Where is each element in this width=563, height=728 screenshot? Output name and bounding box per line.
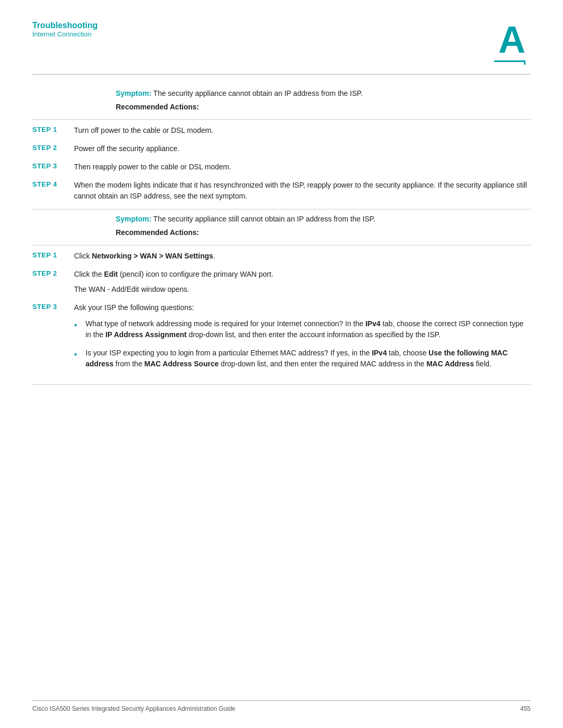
section1-symptom-block: Symptom: The security appliance cannot o…	[32, 89, 531, 111]
step-label-3: STEP 3	[32, 162, 74, 170]
step3-content: Then reapply power to the cable or DSL m…	[74, 162, 531, 172]
sub-bullet-2: ▪ Is your ISP expecting you to login fro…	[74, 348, 531, 369]
appendix-letter: A	[498, 21, 525, 58]
section2-bottom-rule	[32, 384, 531, 385]
section1-step3: STEP 3 Then reapply power to the cable o…	[32, 162, 531, 172]
s2-step3-content: Ask your ISP the following questions: ▪ …	[74, 302, 531, 377]
step-num-3: 3	[53, 162, 57, 170]
bullet-marker-2: ▪	[74, 348, 85, 361]
s2-step-label-3: STEP 3	[32, 302, 74, 311]
section1-recommended-actions: Recommended Actions:	[32, 103, 531, 111]
s2-step-label-1: STEP 1	[32, 251, 74, 259]
s2-step1-content: Click Networking > WAN > WAN Settings.	[74, 251, 531, 262]
section2-steps: STEP 1 Click Networking > WAN > WAN Sett…	[32, 251, 531, 377]
page-subtitle: Internet Connection	[32, 30, 97, 38]
section1-symptom-text: The security appliance cannot obtain an …	[151, 89, 362, 97]
section2-symptom-label: Symptom:	[116, 215, 151, 223]
section2-step1: STEP 1 Click Networking > WAN > WAN Sett…	[32, 251, 531, 262]
section2-symptom-block: Symptom: The security appliance still ca…	[32, 215, 531, 237]
section2-symptom-line: Symptom: The security appliance still ca…	[32, 215, 531, 223]
s2-step3-main: Ask your ISP the following questions:	[74, 302, 531, 313]
footer-left-text: Cisco ISA500 Series Integrated Security …	[32, 705, 236, 712]
header-rule-box	[494, 60, 525, 65]
s2-step2-content: Click the Edit (pencil) icon to configur…	[74, 269, 531, 295]
step-num-2: 2	[53, 144, 57, 152]
section1-bottom-rule	[32, 209, 531, 209]
section1-steps: STEP 1 Turn off power to the cable or DS…	[32, 125, 531, 202]
s2-step-num-3: 3	[53, 303, 57, 311]
sub-bullets-list: ▪ What type of network addressing mode i…	[74, 318, 531, 369]
step-label-1: STEP 1	[32, 125, 74, 133]
section2-top-rule	[32, 245, 531, 245]
section1-step1: STEP 1 Turn off power to the cable or DS…	[32, 125, 531, 136]
page-header: Troubleshooting Internet Connection A	[0, 0, 563, 65]
footer-page-number: 455	[520, 705, 531, 712]
section2-step3: STEP 3 Ask your ISP the following questi…	[32, 302, 531, 377]
step-num-4: 4	[53, 180, 57, 188]
section1-symptom-label: Symptom:	[116, 89, 151, 97]
step1-content: Turn off power to the cable or DSL modem…	[74, 125, 531, 136]
section1-step4: STEP 4 When the modem lights indicate th…	[32, 180, 531, 202]
page-title: Troubleshooting	[32, 21, 97, 30]
s2-step2-main: Click the Edit (pencil) icon to configur…	[74, 269, 531, 280]
step-label-2: STEP 2	[32, 143, 74, 152]
bullet-text-1: What type of network addressing mode is …	[85, 318, 531, 340]
page-footer: Cisco ISA500 Series Integrated Security …	[0, 700, 563, 712]
s2-step-num-1: 1	[53, 251, 57, 259]
s2-step-label-2: STEP 2	[32, 269, 74, 277]
step-label-4: STEP 4	[32, 180, 74, 188]
header-left: Troubleshooting Internet Connection	[32, 21, 97, 38]
section2-step2: STEP 2 Click the Edit (pencil) icon to c…	[32, 269, 531, 295]
step-num-1: 1	[53, 126, 57, 133]
bullet-text-2: Is your ISP expecting you to login from …	[85, 348, 531, 369]
sub-bullet-1: ▪ What type of network addressing mode i…	[74, 318, 531, 340]
section1-symptom-line: Symptom: The security appliance cannot o…	[32, 89, 531, 97]
s2-step-num-2: 2	[53, 269, 57, 277]
footer-rule	[32, 700, 531, 701]
step4-content: When the modem lights indicate that it h…	[74, 180, 531, 202]
footer-content: Cisco ISA500 Series Integrated Security …	[32, 705, 531, 712]
section2-symptom-text: The security appliance still cannot obta…	[151, 215, 375, 223]
section1-step2: STEP 2 Power off the security appliance.	[32, 143, 531, 154]
step2-content: Power off the security appliance.	[74, 143, 531, 154]
bullet-marker-1: ▪	[74, 318, 85, 331]
header-right: A	[494, 21, 531, 65]
main-content: Symptom: The security appliance cannot o…	[0, 75, 563, 385]
section1-top-rule	[32, 119, 531, 120]
s2-step2-subnote: The WAN - Add/Edit window opens.	[74, 284, 531, 295]
section2-recommended-actions: Recommended Actions:	[32, 228, 531, 237]
